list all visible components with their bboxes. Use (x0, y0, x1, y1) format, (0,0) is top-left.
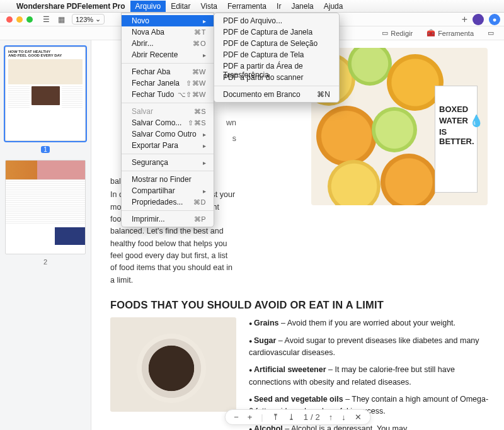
menu-item-salvar: Salvar⌘S (122, 106, 214, 117)
mini-title-2: AND FEEL GOOD EVERY DAY (8, 54, 83, 57)
view-mode-icon[interactable]: ▦ (57, 15, 66, 24)
menu-ir[interactable]: Ir (272, 1, 286, 12)
page-sep: / (311, 412, 313, 422)
page-badge-1: 1 (41, 146, 50, 153)
carton-line-2: WATER (439, 116, 468, 126)
chevron-down-icon: ⌄ (95, 15, 101, 23)
submenu-arrow-icon (203, 142, 207, 149)
water-drop-icon: 💧 (469, 115, 483, 128)
coffee-image (110, 317, 236, 412)
submenu-item-pdf-do-arquivo-[interactable]: PDF do Arquivo... (214, 15, 339, 26)
carton-graphic: BOXED WATER💧 IS BETTER. (435, 86, 478, 193)
menu-editar[interactable]: Editar (166, 1, 195, 12)
food-bullet-0: ● Grains – Avoid them if you are worried… (249, 317, 490, 329)
menu-item-nova-aba[interactable]: Nova Aba⌘T (122, 26, 214, 38)
submenu-arrow-icon (203, 17, 207, 25)
submenu-arrow-icon (203, 130, 207, 138)
menu-item-salvar-como-outro[interactable]: Salvar Como Outro (122, 128, 214, 140)
menu-item-mostrar-no-finder[interactable]: Mostrar no Finder (122, 174, 214, 185)
redact-icon: ▭ (382, 29, 388, 37)
menu-item-exportar-para[interactable]: Exportar Para (122, 140, 214, 151)
submenu-item-pdf-a-partir-da-rea-de-transfer-ncia[interactable]: PDF a partir da Área de Transferência (214, 60, 339, 72)
menu-arquivo[interactable]: Arquivo (130, 1, 166, 12)
tool-ferramenta[interactable]: 🧰Ferramenta (427, 29, 474, 37)
submenu-arrow-icon (203, 51, 207, 59)
menu-item-abrir-recente[interactable]: Abrir Recente (122, 49, 214, 60)
page-thumbnail-2[interactable] (5, 160, 86, 254)
menu-ferramenta[interactable]: Ferramenta (222, 1, 272, 12)
submenu-item-documento-em-branco[interactable]: Documento em Branco⌘N (214, 89, 339, 100)
menu-item-compartilhar[interactable]: Compartilhar (122, 185, 214, 196)
menu-item-imprimir-[interactable]: Imprimir...⌘P (122, 213, 214, 225)
page-navigator: − + | ⤒ ⤓ 1 / 2 ↑ ↓ ✕ (224, 409, 371, 425)
app-name[interactable]: Wondershare PDFelement Pro (11, 1, 130, 12)
thumbnails-sidebar: HOW TO EAT HEALTHY AND FEEL GOOD EVERY D… (0, 40, 91, 430)
page-thumbnail-1[interactable]: HOW TO EAT HEALTHY AND FEEL GOOD EVERY D… (5, 47, 86, 141)
menu-item-fechar-aba[interactable]: Fechar Aba⌘W (122, 66, 214, 77)
carton-line-3: IS (439, 128, 473, 137)
tool-redigir[interactable]: ▭Redigir (382, 29, 413, 37)
menu-item-fechar-tudo[interactable]: Fechar Tudo⌥⇧⌘W (122, 89, 214, 100)
minimize-window-button[interactable] (16, 16, 23, 23)
menu-item-seguran-a[interactable]: Segurança (122, 157, 214, 168)
user-avatar[interactable]: ● (489, 14, 500, 25)
novo-submenu: PDF do Arquivo...PDF de Captura de Janel… (214, 13, 340, 103)
last-page-button[interactable]: ⤓ (288, 412, 295, 422)
menu-item-salvar-como-[interactable]: Salvar Como...⇧⌘S (122, 117, 214, 128)
carton-line-1: BOXED (439, 105, 473, 115)
menu-item-novo[interactable]: Novo (122, 15, 214, 26)
panel-toggle-icon[interactable]: ▭ (488, 29, 494, 37)
menu-ajuda[interactable]: Ajuda (319, 1, 348, 12)
zoom-out-button[interactable]: − (234, 412, 239, 422)
food-bullet-2: ● Artificial sweetener – It may be calor… (249, 364, 490, 388)
close-window-button[interactable] (6, 16, 13, 23)
next-page-button[interactable]: ↓ (341, 412, 346, 422)
menu-item-fechar-janela[interactable]: Fechar Janela⇧⌘W (122, 77, 214, 89)
total-pages: 2 (316, 412, 320, 422)
menu-vista[interactable]: Vista (196, 1, 222, 12)
carton-line-4: BETTER. (439, 137, 473, 147)
zoom-window-button[interactable] (26, 16, 33, 23)
submenu-item-pdf-de-captura-de-janela[interactable]: PDF de Captura de Janela (214, 26, 339, 38)
submenu-arrow-icon (203, 159, 207, 166)
current-page[interactable]: 1 (304, 412, 308, 422)
window-controls (0, 16, 33, 23)
submenu-item-pdf-de-captura-de-sele-o[interactable]: PDF de Captura de Seleção (214, 38, 339, 49)
section-heading: FOODS THAT YOU SHOULD AVOID OR EAT IN A … (110, 299, 494, 311)
page-number-2: 2 (5, 258, 86, 266)
new-tab-button[interactable]: + (457, 14, 472, 25)
prev-page-button[interactable]: ↑ (329, 412, 333, 422)
arquivo-dropdown: NovoNova Aba⌘TAbrir...⌘OAbrir RecenteFec… (121, 13, 214, 227)
close-navigator-button[interactable]: ✕ (355, 412, 362, 422)
first-page-button[interactable]: ⤒ (272, 412, 279, 422)
submenu-item-pdf-a-partir-do-scanner[interactable]: PDF a partir do scanner (214, 72, 339, 83)
system-menubar: Wondershare PDFelement Pro Arquivo Edita… (0, 0, 504, 13)
menu-janela[interactable]: Janela (286, 1, 318, 12)
toolbox-icon: 🧰 (427, 29, 435, 37)
food-bullet-1: ● Sugar – Avoid sugar to prevent disease… (249, 335, 490, 359)
submenu-arrow-icon (203, 187, 207, 195)
menu-item-propriedades-[interactable]: Propriedades...⌘D (122, 196, 214, 208)
app-extension-icon[interactable] (472, 14, 484, 25)
sidebar-toggle-icon[interactable]: ☰ (42, 15, 50, 24)
zoom-value: 123% (76, 16, 93, 23)
submenu-item-pdf-de-captura-de-tela[interactable]: PDF de Captura de Tela (214, 49, 339, 60)
zoom-in-button[interactable]: + (248, 412, 253, 422)
menu-item-abrir-[interactable]: Abrir...⌘O (122, 38, 214, 49)
zoom-selector[interactable]: 123%⌄ (72, 14, 105, 25)
